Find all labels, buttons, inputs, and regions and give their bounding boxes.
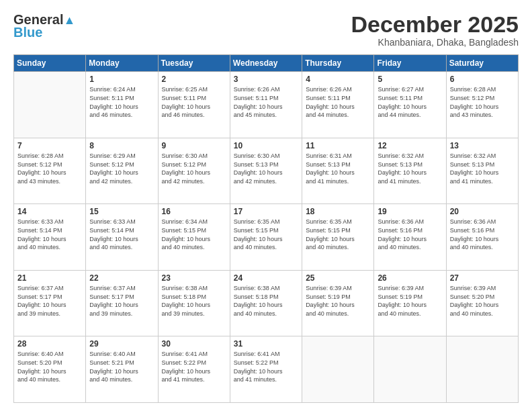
day-info: Sunrise: 6:39 AM Sunset: 5:20 PM Dayligh… [450, 284, 515, 318]
day-number: 2 [162, 75, 226, 84]
calendar-cell: 16Sunrise: 6:34 AM Sunset: 5:15 PM Dayli… [158, 204, 230, 271]
day-info: Sunrise: 6:39 AM Sunset: 5:19 PM Dayligh… [306, 284, 370, 318]
calendar-cell: 22Sunrise: 6:37 AM Sunset: 5:17 PM Dayli… [86, 270, 158, 336]
calendar-cell: 28Sunrise: 6:40 AM Sunset: 5:20 PM Dayli… [14, 336, 86, 403]
calendar-week-5: 28Sunrise: 6:40 AM Sunset: 5:20 PM Dayli… [14, 336, 519, 403]
col-wednesday: Wednesday [230, 55, 302, 72]
day-info: Sunrise: 6:38 AM Sunset: 5:18 PM Dayligh… [162, 284, 226, 318]
day-number: 22 [89, 273, 154, 283]
day-number: 25 [306, 273, 370, 283]
day-number: 27 [450, 273, 515, 283]
day-info: Sunrise: 6:34 AM Sunset: 5:15 PM Dayligh… [162, 218, 226, 251]
day-number: 12 [378, 141, 442, 150]
day-info: Sunrise: 6:26 AM Sunset: 5:11 PM Dayligh… [234, 85, 298, 119]
calendar-week-4: 21Sunrise: 6:37 AM Sunset: 5:17 PM Dayli… [14, 270, 519, 336]
calendar-cell: 4Sunrise: 6:26 AM Sunset: 5:11 PM Daylig… [302, 72, 374, 138]
day-info: Sunrise: 6:37 AM Sunset: 5:17 PM Dayligh… [89, 284, 154, 318]
calendar-table: Sunday Monday Tuesday Wednesday Thursday… [13, 54, 519, 403]
calendar-title: December 2025 [351, 12, 519, 37]
calendar-cell: 29Sunrise: 6:40 AM Sunset: 5:21 PM Dayli… [86, 336, 158, 403]
day-info: Sunrise: 6:28 AM Sunset: 5:12 PM Dayligh… [17, 152, 82, 185]
day-info: Sunrise: 6:38 AM Sunset: 5:18 PM Dayligh… [234, 284, 298, 318]
calendar-cell: 15Sunrise: 6:33 AM Sunset: 5:14 PM Dayli… [86, 204, 158, 271]
day-number: 8 [89, 141, 154, 150]
day-info: Sunrise: 6:39 AM Sunset: 5:19 PM Dayligh… [378, 284, 442, 318]
col-sunday: Sunday [14, 55, 86, 72]
calendar-cell: 6Sunrise: 6:28 AM Sunset: 5:12 PM Daylig… [446, 72, 518, 138]
day-info: Sunrise: 6:32 AM Sunset: 5:13 PM Dayligh… [378, 152, 442, 185]
col-monday: Monday [86, 55, 158, 72]
day-number: 21 [17, 273, 82, 283]
day-number: 13 [450, 141, 515, 150]
day-info: Sunrise: 6:37 AM Sunset: 5:17 PM Dayligh… [17, 284, 82, 318]
day-number: 31 [234, 339, 298, 349]
col-friday: Friday [374, 55, 446, 72]
day-info: Sunrise: 6:31 AM Sunset: 5:13 PM Dayligh… [306, 152, 370, 185]
logo-blue: Blue [13, 25, 42, 40]
calendar-cell: 7Sunrise: 6:28 AM Sunset: 5:12 PM Daylig… [14, 138, 86, 204]
day-number: 15 [89, 207, 154, 216]
calendar-cell: 24Sunrise: 6:38 AM Sunset: 5:18 PM Dayli… [230, 270, 302, 336]
day-info: Sunrise: 6:28 AM Sunset: 5:12 PM Dayligh… [450, 85, 515, 119]
calendar-cell: 2Sunrise: 6:25 AM Sunset: 5:11 PM Daylig… [158, 72, 230, 138]
calendar-cell: 1Sunrise: 6:24 AM Sunset: 5:11 PM Daylig… [86, 72, 158, 138]
calendar-cell: 14Sunrise: 6:33 AM Sunset: 5:14 PM Dayli… [14, 204, 86, 271]
calendar-cell: 27Sunrise: 6:39 AM Sunset: 5:20 PM Dayli… [446, 270, 518, 336]
calendar-cell [14, 72, 86, 138]
day-info: Sunrise: 6:41 AM Sunset: 5:22 PM Dayligh… [162, 350, 226, 383]
page: General▲ Blue December 2025 Khanbaniara,… [0, 0, 532, 411]
calendar-cell: 23Sunrise: 6:38 AM Sunset: 5:18 PM Dayli… [158, 270, 230, 336]
day-info: Sunrise: 6:35 AM Sunset: 5:15 PM Dayligh… [306, 218, 370, 251]
calendar-cell: 31Sunrise: 6:41 AM Sunset: 5:22 PM Dayli… [230, 336, 302, 403]
day-info: Sunrise: 6:36 AM Sunset: 5:16 PM Dayligh… [450, 218, 515, 251]
calendar-cell: 18Sunrise: 6:35 AM Sunset: 5:15 PM Dayli… [302, 204, 374, 271]
calendar-cell: 26Sunrise: 6:39 AM Sunset: 5:19 PM Dayli… [374, 270, 446, 336]
calendar-cell: 12Sunrise: 6:32 AM Sunset: 5:13 PM Dayli… [374, 138, 446, 204]
day-info: Sunrise: 6:30 AM Sunset: 5:12 PM Dayligh… [162, 152, 226, 185]
col-thursday: Thursday [302, 55, 374, 72]
day-number: 19 [378, 207, 442, 216]
day-number: 28 [17, 339, 82, 349]
day-number: 4 [306, 75, 370, 84]
day-info: Sunrise: 6:33 AM Sunset: 5:14 PM Dayligh… [17, 218, 82, 251]
day-info: Sunrise: 6:41 AM Sunset: 5:22 PM Dayligh… [234, 350, 298, 383]
day-info: Sunrise: 6:40 AM Sunset: 5:20 PM Dayligh… [17, 350, 82, 383]
calendar-week-3: 14Sunrise: 6:33 AM Sunset: 5:14 PM Dayli… [14, 204, 519, 271]
title-block: December 2025 Khanbaniara, Dhaka, Bangla… [351, 12, 519, 48]
day-info: Sunrise: 6:27 AM Sunset: 5:11 PM Dayligh… [378, 85, 442, 119]
day-number: 29 [89, 339, 154, 349]
day-number: 24 [234, 273, 298, 283]
calendar-cell: 11Sunrise: 6:31 AM Sunset: 5:13 PM Dayli… [302, 138, 374, 204]
day-info: Sunrise: 6:33 AM Sunset: 5:14 PM Dayligh… [89, 218, 154, 251]
day-info: Sunrise: 6:40 AM Sunset: 5:21 PM Dayligh… [89, 350, 154, 383]
day-number: 30 [162, 339, 226, 349]
calendar-cell: 9Sunrise: 6:30 AM Sunset: 5:12 PM Daylig… [158, 138, 230, 204]
calendar-header-row: Sunday Monday Tuesday Wednesday Thursday… [14, 55, 519, 72]
day-number: 7 [17, 141, 82, 150]
day-info: Sunrise: 6:26 AM Sunset: 5:11 PM Dayligh… [306, 85, 370, 119]
header: General▲ Blue December 2025 Khanbaniara,… [13, 12, 519, 48]
calendar-cell: 13Sunrise: 6:32 AM Sunset: 5:13 PM Dayli… [446, 138, 518, 204]
logo: General▲ Blue [13, 12, 75, 40]
calendar-subtitle: Khanbaniara, Dhaka, Bangladesh [351, 37, 519, 48]
calendar-cell: 3Sunrise: 6:26 AM Sunset: 5:11 PM Daylig… [230, 72, 302, 138]
calendar-cell: 17Sunrise: 6:35 AM Sunset: 5:15 PM Dayli… [230, 204, 302, 271]
day-number: 10 [234, 141, 298, 150]
day-number: 6 [450, 75, 515, 84]
calendar-cell [374, 336, 446, 403]
calendar-cell: 10Sunrise: 6:30 AM Sunset: 5:13 PM Dayli… [230, 138, 302, 204]
calendar-cell: 20Sunrise: 6:36 AM Sunset: 5:16 PM Dayli… [446, 204, 518, 271]
day-info: Sunrise: 6:32 AM Sunset: 5:13 PM Dayligh… [450, 152, 515, 185]
calendar-cell [302, 336, 374, 403]
day-number: 1 [89, 75, 154, 84]
day-info: Sunrise: 6:25 AM Sunset: 5:11 PM Dayligh… [162, 85, 226, 119]
day-number: 17 [234, 207, 298, 216]
day-number: 26 [378, 273, 442, 283]
calendar-cell: 5Sunrise: 6:27 AM Sunset: 5:11 PM Daylig… [374, 72, 446, 138]
day-number: 20 [450, 207, 515, 216]
day-number: 9 [162, 141, 226, 150]
day-number: 3 [234, 75, 298, 84]
day-info: Sunrise: 6:24 AM Sunset: 5:11 PM Dayligh… [89, 85, 154, 119]
day-number: 16 [162, 207, 226, 216]
day-info: Sunrise: 6:30 AM Sunset: 5:13 PM Dayligh… [234, 152, 298, 185]
